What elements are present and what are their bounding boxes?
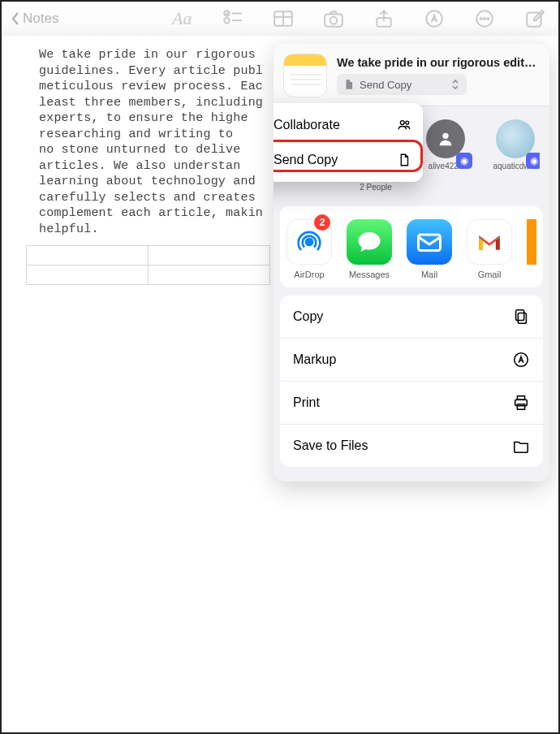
mail-icon — [407, 219, 452, 265]
airdrop-badge: 2 — [314, 214, 330, 231]
print-icon — [512, 394, 530, 412]
notes-app-icon — [283, 54, 327, 97]
app-airdrop[interactable]: 2 AirDrop — [286, 219, 332, 279]
svg-rect-20 — [419, 235, 441, 251]
chevron-left-icon — [10, 11, 21, 27]
actions-list: Copy Markup Print Save to Files — [280, 296, 543, 467]
svg-point-12 — [480, 18, 482, 19]
share-icon[interactable] — [373, 8, 394, 29]
svg-rect-22 — [516, 310, 524, 321]
markup-circle-icon[interactable] — [424, 8, 445, 29]
toolbar-tools: Aa — [172, 8, 550, 29]
share-header: We take pride in our rigorous edit… Send… — [274, 44, 549, 106]
contact-aquaticdwoll[interactable]: ◉ aquaticdwoll — [491, 119, 540, 192]
apps-row: 2 AirDrop Messages Mail Gmail — [280, 206, 543, 287]
text-format-icon[interactable]: Aa — [172, 8, 193, 29]
svg-rect-21 — [518, 313, 526, 323]
action-save-to-files[interactable]: Save to Files — [280, 425, 543, 467]
note-empty-table[interactable] — [26, 245, 270, 285]
app-gmail[interactable]: Gmail — [467, 219, 512, 279]
folder-icon — [512, 437, 530, 455]
svg-point-17 — [406, 121, 409, 124]
option-label: Collaborate — [274, 118, 340, 132]
app-label: Messages — [349, 270, 390, 279]
svg-point-8 — [330, 17, 338, 24]
checklist-icon[interactable] — [222, 8, 243, 29]
share-mode-button[interactable]: Send Copy — [337, 74, 467, 95]
copy-icon — [512, 308, 530, 326]
table-icon[interactable] — [273, 8, 294, 29]
svg-point-13 — [484, 18, 485, 19]
share-mode-dropdown: Collaborate Send Copy — [274, 103, 423, 182]
app-more-cutoff[interactable] — [527, 219, 536, 279]
action-label: Print — [293, 395, 320, 410]
more-icon[interactable] — [474, 8, 495, 29]
contact-sub: 2 People — [360, 183, 391, 192]
svg-point-18 — [442, 133, 448, 139]
share-title: We take pride in our rigorous edit… — [337, 56, 540, 69]
discord-mini-icon: ◉ — [526, 153, 540, 169]
document-icon — [397, 153, 411, 167]
svg-point-19 — [306, 239, 312, 245]
app-label: Gmail — [478, 270, 502, 279]
document-icon — [343, 79, 355, 90]
people-icon — [397, 118, 411, 132]
action-label: Save to Files — [293, 438, 368, 453]
action-copy[interactable]: Copy — [280, 296, 543, 339]
compose-icon[interactable] — [524, 8, 545, 29]
svg-point-3 — [224, 18, 230, 23]
app-label: Mail — [421, 270, 437, 279]
svg-point-14 — [487, 18, 489, 19]
app-label: AirDrop — [294, 270, 324, 279]
svg-point-16 — [400, 121, 404, 125]
svg-rect-26 — [517, 404, 524, 409]
app-messages[interactable]: Messages — [347, 219, 392, 279]
action-print[interactable]: Print — [280, 382, 543, 425]
share-mode-label: Send Copy — [360, 79, 411, 91]
app-mail[interactable]: Mail — [407, 219, 452, 279]
app-icon-cutoff — [527, 219, 536, 265]
discord-mini-icon: ◉ — [456, 153, 472, 169]
back-button[interactable]: Notes — [10, 11, 58, 27]
back-label: Notes — [23, 11, 58, 27]
action-label: Copy — [293, 309, 323, 324]
dropdown-option-collaborate[interactable]: Collaborate — [274, 108, 423, 143]
contact-alive4228[interactable]: ◉ alive4228 — [421, 119, 470, 192]
markup-icon — [512, 351, 530, 369]
toolbar: Notes Aa — [2, 2, 558, 36]
option-label: Send Copy — [274, 153, 338, 167]
action-label: Markup — [293, 352, 336, 367]
action-markup[interactable]: Markup — [280, 339, 543, 382]
updown-chevron-icon — [450, 78, 460, 91]
gmail-icon — [467, 219, 512, 265]
camera-icon[interactable] — [323, 8, 344, 29]
messages-icon — [347, 219, 392, 265]
share-sheet: We take pride in our rigorous edit… Send… — [274, 44, 549, 481]
dropdown-option-send-copy[interactable]: Send Copy — [274, 143, 423, 177]
